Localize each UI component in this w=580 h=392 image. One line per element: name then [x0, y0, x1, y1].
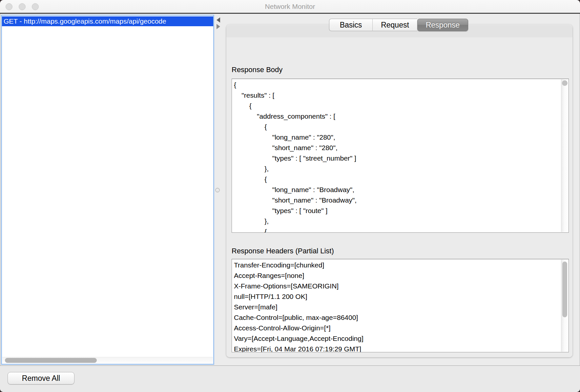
header-line: Transfer-Encoding=[chunked] [234, 260, 560, 270]
body-line: "types" : [ "route" ] [234, 206, 560, 216]
response-headers-label: Response Headers (Partial List) [232, 247, 334, 255]
body-line: "long_name" : "Broadway", [234, 185, 560, 195]
body-line: { [234, 101, 560, 111]
body-line: "long_name" : "280", [234, 132, 560, 143]
header-line: Expires=[Fri, 04 Mar 2016 07:19:29 GMT] [234, 344, 560, 352]
response-headers-text: Transfer-Encoding=[chunked] Accept-Range… [234, 260, 560, 352]
header-line: Accept-Ranges=[none] [234, 270, 560, 281]
body-line: "types" : [ "street_number" ] [234, 153, 560, 164]
header-line: Access-Control-Allow-Origin=[*] [234, 323, 560, 333]
request-list[interactable]: GET - http://maps.googleapis.com/maps/ap… [1, 15, 214, 365]
header-line: X-Frame-Options=[SAMEORIGIN] [234, 281, 560, 291]
horizontal-scrollbar-thumb[interactable] [5, 358, 97, 363]
body-line: }, [234, 164, 560, 174]
response-body-text: { "results" : [ { "address_components" :… [234, 80, 560, 232]
response-body-label: Response Body [232, 66, 282, 74]
tab-bar: Basics Request Response [329, 19, 468, 31]
tab-basics[interactable]: Basics [329, 19, 372, 31]
body-line: }, [234, 216, 560, 226]
collapse-left-arrow-icon[interactable] [217, 17, 220, 23]
main-content: GET - http://maps.googleapis.com/maps/ap… [0, 15, 580, 365]
remove-all-button[interactable]: Remove All [8, 372, 74, 384]
titlebar[interactable]: Network Monitor [0, 0, 580, 14]
header-line: Vary=[Accept-Language,Accept-Encoding] [234, 333, 560, 344]
response-body-textarea[interactable]: { "results" : [ { "address_components" :… [232, 79, 569, 233]
window-title: Network Monitor [0, 0, 580, 14]
request-list-horizontal-scrollbar[interactable] [2, 357, 213, 363]
response-body-scrollbar[interactable] [561, 79, 568, 232]
body-line: { [234, 174, 560, 185]
request-list-item[interactable]: GET - http://maps.googleapis.com/maps/ap… [2, 16, 213, 26]
bottom-bar: Remove All [0, 365, 580, 392]
response-headers-scrollbar-thumb[interactable] [562, 262, 567, 317]
splitpane-divider[interactable] [214, 15, 226, 365]
header-line: null=[HTTP/1.1 200 OK] [234, 291, 560, 302]
tab-request[interactable]: Request [372, 19, 417, 31]
response-headers-scrollbar[interactable] [561, 260, 568, 352]
body-line: "results" : [ [234, 90, 560, 101]
header-line: Cache-Control=[public, max-age=86400] [234, 312, 560, 323]
response-headers-textarea[interactable]: Transfer-Encoding=[chunked] Accept-Range… [232, 259, 569, 352]
body-line: { [234, 226, 560, 232]
body-line: "short_name" : "Broadway", [234, 195, 560, 206]
collapse-right-arrow-icon[interactable] [217, 24, 220, 29]
body-line: { [234, 122, 560, 132]
response-body-scrollbar-thumb[interactable] [562, 80, 568, 86]
network-monitor-window: Network Monitor GET - http://maps.google… [0, 0, 580, 392]
body-line: { [234, 80, 560, 90]
tab-response[interactable]: Response [417, 19, 468, 31]
splitpane-drag-handle-icon[interactable] [215, 188, 220, 192]
header-line: Server=[mafe] [234, 302, 560, 312]
body-line: "short_name" : "280", [234, 143, 560, 153]
body-line: "address_components" : [ [234, 111, 560, 122]
